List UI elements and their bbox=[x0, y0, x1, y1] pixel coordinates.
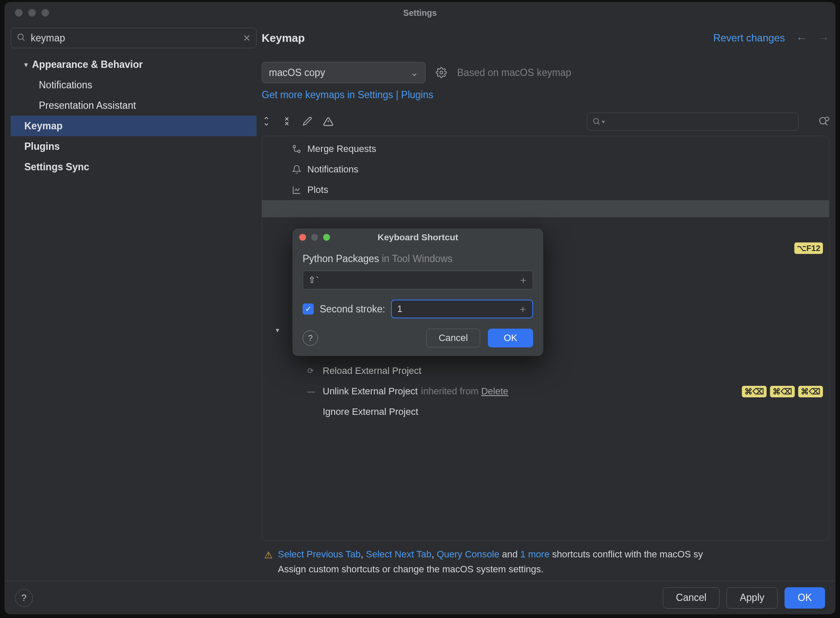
sidebar-item-appearance[interactable]: ▾ Appearance & Behavior bbox=[11, 54, 257, 75]
dash-icon: — bbox=[307, 387, 315, 396]
conflict-line2: Assign custom shortcuts or change the ma… bbox=[278, 564, 543, 574]
cancel-button[interactable]: Cancel bbox=[663, 587, 720, 609]
header-actions: Revert changes ← → bbox=[713, 32, 829, 45]
warning-icon: ⚠ bbox=[264, 548, 273, 577]
sidebar-item-presentation[interactable]: Presentation Assistant bbox=[11, 95, 257, 116]
list-item[interactable] bbox=[262, 200, 829, 217]
plus-icon[interactable]: ＋ bbox=[518, 302, 528, 316]
svg-point-0 bbox=[18, 34, 23, 40]
item-label: Unlink External Project bbox=[323, 386, 418, 397]
svg-point-5 bbox=[293, 146, 296, 148]
list-item[interactable]: Notifications bbox=[262, 159, 829, 180]
dialog-context: Python Packages in Tool Windows bbox=[303, 253, 533, 265]
sidebar-item-label: Keymap bbox=[24, 120, 62, 132]
scheme-select[interactable]: macOS copy ⌄ bbox=[262, 62, 426, 83]
sidebar-item-label: Appearance & Behavior bbox=[32, 59, 143, 70]
list-item[interactable]: Ignore External Project bbox=[262, 402, 829, 422]
sidebar-item-label: Notifications bbox=[39, 79, 92, 91]
shortcut-badge: ⌘⌫ bbox=[770, 386, 795, 397]
page-title: Keymap bbox=[262, 32, 305, 45]
apply-button[interactable]: Apply bbox=[726, 587, 778, 609]
item-label: Notifications bbox=[307, 164, 359, 175]
sidebar-item-notifications[interactable]: Notifications bbox=[11, 75, 257, 95]
list-item[interactable]: — Unlink External Project inherited from… bbox=[262, 381, 829, 402]
svg-point-2 bbox=[594, 119, 599, 124]
sidebar-item-plugins[interactable]: Plugins bbox=[11, 136, 257, 157]
first-stroke-input[interactable]: ⇧` ＋ bbox=[303, 271, 533, 289]
footer: ? Cancel Apply OK bbox=[5, 581, 835, 614]
shortcut-badge: ⌘⌫ bbox=[742, 386, 767, 397]
reload-icon: ⟳ bbox=[307, 366, 314, 376]
ok-button[interactable]: OK bbox=[488, 329, 533, 347]
merge-icon bbox=[292, 144, 301, 154]
plus-icon[interactable]: ＋ bbox=[518, 273, 528, 287]
toolbar-icons bbox=[262, 117, 333, 127]
based-on-label: Based on macOS keymap bbox=[457, 67, 571, 79]
find-shortcut-icon[interactable] bbox=[818, 116, 829, 127]
gear-icon[interactable] bbox=[436, 67, 447, 78]
dialog-title: Keyboard Shortcut bbox=[292, 232, 543, 242]
list-item[interactable]: Merge Requests bbox=[262, 139, 829, 159]
inherited-link[interactable]: Delete bbox=[481, 386, 508, 396]
forward-icon: → bbox=[818, 32, 829, 45]
search-input[interactable] bbox=[11, 28, 257, 48]
list-item[interactable]: Plots bbox=[262, 180, 829, 200]
expand-icon[interactable] bbox=[262, 117, 271, 127]
svg-point-1 bbox=[440, 71, 443, 74]
scheme-value: macOS copy bbox=[269, 67, 325, 79]
item-label: Plots bbox=[307, 184, 328, 195]
chart-icon bbox=[292, 185, 301, 195]
conflict-link[interactable]: Query Console bbox=[437, 549, 499, 560]
more-keymaps-link[interactable]: Get more keymaps in Settings | Plugins bbox=[262, 89, 829, 101]
edit-icon[interactable] bbox=[303, 117, 312, 127]
shortcut-badge: ⌘⌫ bbox=[798, 386, 823, 397]
first-stroke-value: ⇧` bbox=[308, 275, 319, 285]
conflict-link[interactable]: Select Next Tab bbox=[366, 549, 432, 560]
ok-button[interactable]: OK bbox=[785, 587, 825, 609]
item-label: Merge Requests bbox=[307, 143, 376, 154]
sidebar-search: ✕ bbox=[11, 28, 257, 48]
item-label: Reload External Project bbox=[323, 365, 421, 376]
keymap-search[interactable]: ▾ bbox=[587, 113, 799, 131]
conflict-more-link[interactable]: 1 more bbox=[520, 549, 549, 560]
context-action: Python Packages bbox=[303, 253, 379, 264]
svg-point-4 bbox=[825, 117, 829, 121]
help-button[interactable]: ? bbox=[15, 589, 33, 607]
main-header: Keymap Revert changes ← → bbox=[262, 28, 829, 48]
second-stroke-value: 1 bbox=[397, 303, 402, 315]
sidebar-item-settings-sync[interactable]: Settings Sync bbox=[11, 157, 257, 177]
cancel-button[interactable]: Cancel bbox=[426, 329, 480, 347]
sidebar: ✕ ▾ Appearance & Behavior Notifications … bbox=[11, 28, 257, 581]
sidebar-item-label: Presentation Assistant bbox=[39, 100, 136, 111]
second-stroke-label: Second stroke: bbox=[320, 303, 385, 315]
sidebar-item-label: Settings Sync bbox=[24, 161, 89, 173]
back-icon[interactable]: ← bbox=[796, 32, 807, 45]
clear-icon[interactable]: ✕ bbox=[243, 33, 251, 44]
revert-link[interactable]: Revert changes bbox=[713, 32, 785, 44]
second-stroke-checkbox[interactable]: ✓ bbox=[303, 303, 314, 315]
chevron-down-icon: ▾ bbox=[276, 326, 279, 334]
sidebar-item-keymap[interactable]: Keymap bbox=[11, 116, 257, 136]
search-icon bbox=[17, 33, 26, 42]
scheme-row: macOS copy ⌄ Based on macOS keymap bbox=[262, 62, 829, 83]
window-title: Settings bbox=[5, 8, 835, 18]
context-location: in Tool Windows bbox=[382, 253, 452, 264]
item-label: Ignore External Project bbox=[323, 406, 418, 417]
dialog-header: Keyboard Shortcut bbox=[292, 228, 543, 246]
titlebar: Settings bbox=[5, 2, 835, 23]
conflict-banner: ⚠ Select Previous Tab, Select Next Tab, … bbox=[262, 541, 829, 581]
help-button[interactable]: ? bbox=[303, 330, 318, 346]
collapse-icon[interactable] bbox=[282, 117, 292, 127]
chevron-down-icon: ▾ bbox=[24, 61, 28, 69]
keyboard-shortcut-dialog: Keyboard Shortcut Python Packages in Too… bbox=[292, 228, 544, 356]
sidebar-tree: ▾ Appearance & Behavior Notifications Pr… bbox=[11, 54, 257, 177]
chevron-down-icon: ⌄ bbox=[410, 67, 418, 79]
bell-icon bbox=[292, 165, 301, 174]
list-item[interactable]: ⟳ Reload External Project bbox=[262, 361, 829, 381]
shortcut-badge: ⌥F12 bbox=[794, 242, 823, 254]
conflict-link[interactable]: Select Previous Tab bbox=[278, 549, 361, 560]
keymap-toolbar: ▾ bbox=[262, 113, 829, 131]
second-stroke-input[interactable]: 1 ＋ bbox=[391, 300, 533, 318]
warning-icon[interactable] bbox=[323, 117, 333, 127]
svg-point-6 bbox=[298, 150, 300, 153]
